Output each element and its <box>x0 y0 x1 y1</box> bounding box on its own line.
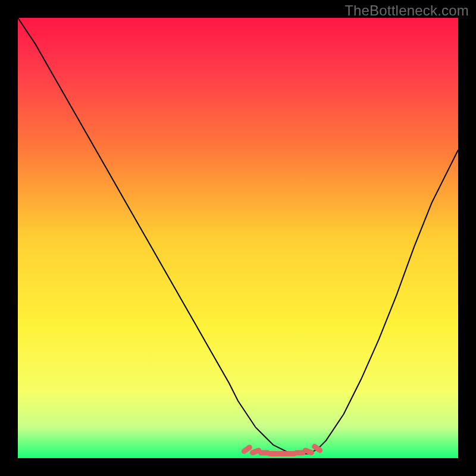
chart-frame: TheBottleneck.com <box>0 0 476 476</box>
watermark-text: TheBottleneck.com <box>345 2 469 19</box>
gradient-background <box>18 18 458 458</box>
bottleneck-chart <box>18 18 458 458</box>
